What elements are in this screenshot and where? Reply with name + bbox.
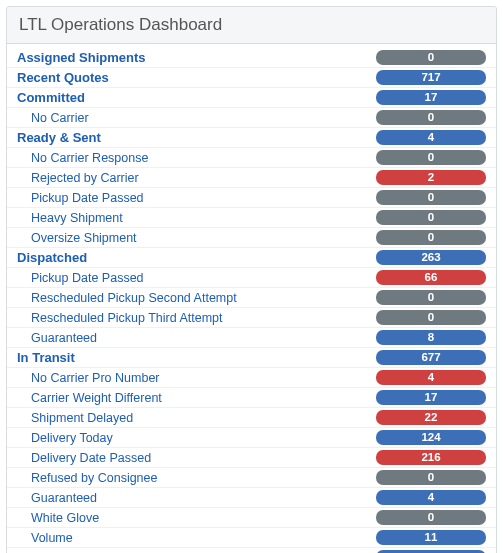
metric-link[interactable]: Rejected by Carrier <box>17 171 139 185</box>
metric-row: Delivery Today124 <box>7 428 496 448</box>
metric-badge: 677 <box>376 350 486 365</box>
metric-row: No Carrier Pro Number4 <box>7 368 496 388</box>
dashboard-panel: LTL Operations Dashboard Assigned Shipme… <box>6 6 497 553</box>
metric-badge: 11 <box>376 530 486 545</box>
metric-link[interactable]: Guaranteed <box>17 491 97 505</box>
metric-row: Rescheduled Pickup Third Attempt0 <box>7 308 496 328</box>
metric-link[interactable]: In Transit <box>17 350 75 365</box>
metric-row: Pickup Date Passed0 <box>7 188 496 208</box>
metric-link[interactable]: Delivery Date Passed <box>17 451 151 465</box>
metric-badge: 0 <box>376 230 486 245</box>
metric-row: Pickup Date Passed66 <box>7 268 496 288</box>
metric-link[interactable]: White Glove <box>17 511 99 525</box>
metric-link[interactable]: Pickup Date Passed <box>17 271 144 285</box>
metric-link[interactable]: No Carrier Response <box>17 151 148 165</box>
metric-badge: 0 <box>376 210 486 225</box>
metric-link[interactable]: Volume <box>17 531 73 545</box>
metric-row: In Transit677 <box>7 348 496 368</box>
metric-row: Rejected by Carrier2 <box>7 168 496 188</box>
metric-badge: 2 <box>376 170 486 185</box>
metric-row: Refused by Consignee0 <box>7 468 496 488</box>
metric-badge: 0 <box>376 110 486 125</box>
metric-badge: 0 <box>376 150 486 165</box>
metric-link[interactable]: Refused by Consignee <box>17 471 157 485</box>
metric-badge: 4 <box>376 370 486 385</box>
metric-link[interactable]: Recent Quotes <box>17 70 109 85</box>
metric-badge: 66 <box>376 270 486 285</box>
metric-badge: 0 <box>376 50 486 65</box>
metric-badge: 8 <box>376 330 486 345</box>
metric-badge: 216 <box>376 450 486 465</box>
metric-badge: 0 <box>376 510 486 525</box>
metric-link[interactable]: Ready & Sent <box>17 130 101 145</box>
metric-badge: 0 <box>376 290 486 305</box>
metric-row: No Carrier0 <box>7 108 496 128</box>
metric-badge: 17 <box>376 390 486 405</box>
metric-link[interactable]: No Carrier <box>17 111 89 125</box>
metric-row: Dispatched263 <box>7 248 496 268</box>
metric-link[interactable]: Heavy Shipment <box>17 211 123 225</box>
metric-badge: 22 <box>376 410 486 425</box>
metric-row: Carrier Weight Different17 <box>7 388 496 408</box>
metric-row: Out For Delivery88 <box>7 548 496 553</box>
metric-link[interactable]: Guaranteed <box>17 331 97 345</box>
metric-row: Oversize Shipment0 <box>7 228 496 248</box>
metric-row: Heavy Shipment0 <box>7 208 496 228</box>
metric-badge: 263 <box>376 250 486 265</box>
metric-link[interactable]: Dispatched <box>17 250 87 265</box>
metric-badge: 17 <box>376 90 486 105</box>
rows-container: Assigned Shipments0Recent Quotes717Commi… <box>7 44 496 553</box>
metric-row: Committed17 <box>7 88 496 108</box>
metric-link[interactable]: No Carrier Pro Number <box>17 371 160 385</box>
metric-badge: 124 <box>376 430 486 445</box>
metric-row: Shipment Delayed22 <box>7 408 496 428</box>
metric-link[interactable]: Oversize Shipment <box>17 231 137 245</box>
metric-row: Volume11 <box>7 528 496 548</box>
metric-badge: 0 <box>376 470 486 485</box>
metric-row: White Glove0 <box>7 508 496 528</box>
metric-row: Ready & Sent4 <box>7 128 496 148</box>
metric-link[interactable]: Pickup Date Passed <box>17 191 144 205</box>
metric-badge: 717 <box>376 70 486 85</box>
metric-link[interactable]: Carrier Weight Different <box>17 391 162 405</box>
metric-row: Guaranteed8 <box>7 328 496 348</box>
metric-link[interactable]: Assigned Shipments <box>17 50 146 65</box>
metric-link[interactable]: Shipment Delayed <box>17 411 133 425</box>
metric-badge: 0 <box>376 190 486 205</box>
metric-row: Delivery Date Passed216 <box>7 448 496 468</box>
metric-link[interactable]: Rescheduled Pickup Third Attempt <box>17 311 223 325</box>
metric-link[interactable]: Rescheduled Pickup Second Attempt <box>17 291 237 305</box>
metric-row: Guaranteed4 <box>7 488 496 508</box>
panel-title: LTL Operations Dashboard <box>7 7 496 44</box>
metric-link[interactable]: Delivery Today <box>17 431 113 445</box>
metric-row: Recent Quotes717 <box>7 68 496 88</box>
metric-row: Rescheduled Pickup Second Attempt0 <box>7 288 496 308</box>
metric-badge: 0 <box>376 310 486 325</box>
metric-row: No Carrier Response0 <box>7 148 496 168</box>
metric-badge: 4 <box>376 130 486 145</box>
metric-row: Assigned Shipments0 <box>7 48 496 68</box>
metric-link[interactable]: Committed <box>17 90 85 105</box>
metric-badge: 4 <box>376 490 486 505</box>
